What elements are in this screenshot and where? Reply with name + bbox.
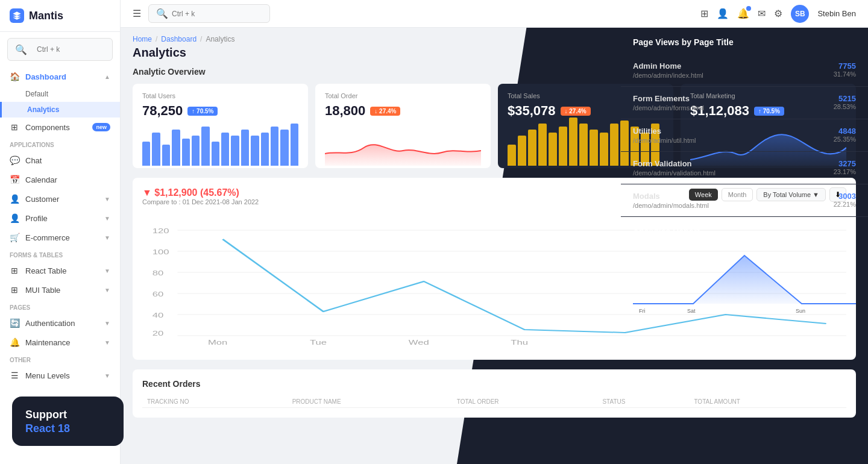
sidebar-sub-default[interactable]: Default [0, 86, 120, 102]
table-icon: ⊞ [10, 266, 19, 275]
support-badge[interactable]: Support React 18 [121, 397, 124, 446]
badge-sales: ↓ 27.4% [561, 107, 591, 116]
bar [569, 118, 577, 166]
svg-text:20: 20 [153, 330, 164, 337]
bar [162, 145, 170, 166]
grid-icon[interactable]: ⊞ [700, 8, 708, 19]
user-circle-icon[interactable]: 👤 [717, 8, 729, 19]
logo-icon [10, 8, 24, 23]
col-total-amount: TOTAL AMOUNT [689, 396, 846, 408]
sidebar-item-menu-levels[interactable]: ☰ Menu Levels ▼ [0, 366, 120, 385]
user-name: Stebin Ben [817, 9, 856, 18]
card-total-order: Total Order 18,800 ↓ 27.4% [315, 84, 491, 168]
customer-icon: 👤 [10, 194, 19, 204]
breadcrumb-dashboard[interactable]: Dashboard [161, 35, 197, 43]
search-icon: 🔍 [15, 44, 27, 55]
sidebar-item-react-table[interactable]: ⊞ React Table ▼ [0, 261, 120, 280]
logo-area: Mantis [0, 0, 120, 32]
bar [192, 136, 200, 166]
bar [261, 133, 269, 166]
income-left: ▼ $1,12,900 (45.67%) Compare to : 01 Dec… [142, 187, 259, 213]
search-icon2: 🔍 [156, 8, 168, 19]
svg-text:Wed: Wed [409, 339, 429, 346]
bar [251, 136, 259, 166]
bar [241, 130, 249, 166]
sidebar-item-profile[interactable]: 👤 Profile ▼ [0, 208, 120, 228]
bar [142, 142, 150, 166]
bar [579, 124, 588, 166]
pv-name-4: Form Validation [633, 159, 715, 168]
topbar-search[interactable]: 🔍 [148, 4, 270, 23]
sidebar-item-authentication[interactable]: 🔄 Authentication ▼ [0, 313, 120, 333]
menu-toggle-icon[interactable]: ☰ [133, 8, 141, 19]
pv-count-3: 4848 [834, 127, 856, 136]
sidebar-sub-analytics[interactable]: Analytics [0, 102, 120, 118]
bar [201, 127, 209, 166]
sidebar-item-calendar[interactable]: 📅 Calendar [0, 170, 120, 189]
svg-text:Mon: Mon [208, 339, 227, 346]
sidebar-item-components[interactable]: ⊞ Components new [0, 118, 120, 137]
svg-text:Sat: Sat [687, 308, 696, 314]
bar [508, 145, 516, 166]
sidebar-item-ecommerce[interactable]: 🛒 E-commerce ▼ [0, 228, 120, 247]
mui-table-icon: ⊞ [10, 285, 19, 295]
svg-text:60: 60 [153, 291, 164, 298]
pv-item-3: Utilities /demo/admin/util.html 4848 25.… [621, 119, 868, 152]
sidebar-item-mui-table[interactable]: ⊞ MUI Table ▼ [0, 280, 120, 299]
sidebar: Mantis 🔍 🏠 Dashboard ▲ Default Analytics… [0, 0, 121, 464]
sidebar-item-customer[interactable]: 👤 Customer ▼ [0, 189, 120, 208]
pv-pct-2: 28.53% [834, 103, 856, 110]
orders-title: Recent Orders [142, 379, 846, 389]
chat-icon: 💬 [10, 155, 19, 165]
pv-count-5: 3003 [834, 192, 856, 201]
pv-url-2: /demo/admin/forms.html [633, 104, 704, 111]
badge-users: ↑ 70.5% [187, 107, 218, 116]
bar [231, 136, 239, 166]
users-bar-chart [142, 124, 298, 166]
col-total-order: TOTAL ORDER [452, 396, 598, 408]
maintenance-icon: 🔔 [10, 337, 19, 347]
pv-item-1: Admin Home /demo/admin/index.html 7755 3… [621, 54, 868, 87]
search-bar[interactable]: 🔍 [7, 38, 113, 61]
mail-icon[interactable]: ✉ [758, 8, 766, 19]
dark-area-chart: Fri Sat Sun [621, 243, 868, 318]
col-product: PRODUCT NAME [288, 396, 452, 408]
topbar-search-input[interactable] [172, 10, 262, 18]
bar [182, 139, 190, 166]
orders-table: TRACKING NO PRODUCT NAME TOTAL ORDER STA… [142, 396, 846, 408]
section-forms: Forms & Tables [0, 247, 120, 261]
svg-text:Thu: Thu [511, 339, 528, 346]
chevron-down-icon5: ▼ [104, 287, 110, 293]
menu-icon: ☰ [10, 371, 19, 380]
card-label-order: Total Order [325, 92, 481, 99]
pv-url-5: /demo/admin/modals.html [633, 202, 709, 209]
bar [212, 142, 219, 166]
pv-pct-4: 23.17% [834, 168, 856, 175]
col-tracking: TRACKING NO [142, 396, 288, 408]
settings-icon[interactable]: ⚙ [774, 8, 782, 19]
sidebar-item-chat[interactable]: 💬 Chat [0, 151, 120, 170]
avatar[interactable]: SB [791, 5, 809, 23]
pv-name-5: Modals [633, 192, 709, 201]
page-views-title: Page Views by Page Title [621, 28, 868, 54]
sidebar-item-maintenance[interactable]: 🔔 Maintenance ▼ [0, 333, 120, 352]
notification-icon[interactable]: 🔔 [737, 8, 749, 19]
svg-text:80: 80 [153, 270, 164, 277]
breadcrumb-home[interactable]: Home [133, 35, 152, 43]
pv-count-1: 7755 [834, 61, 856, 71]
ecommerce-icon: 🛒 [10, 233, 19, 242]
bar [549, 133, 557, 166]
profile-icon: 👤 [10, 213, 19, 223]
chevron-up-icon: ▲ [104, 74, 110, 80]
chevron-down-icon6: ▼ [104, 320, 110, 327]
recent-orders-section: Recent Orders TRACKING NO PRODUCT NAME T… [133, 369, 856, 418]
bar [610, 124, 618, 166]
chevron-down-icon4: ▼ [104, 268, 110, 274]
bar [172, 130, 180, 166]
search-input[interactable] [31, 42, 105, 57]
auth-icon: 🔄 [10, 318, 19, 328]
svg-text:40: 40 [153, 312, 164, 319]
sidebar-item-dashboard[interactable]: 🏠 Dashboard ▲ [0, 67, 120, 86]
search-area[interactable]: 🔍 [0, 32, 120, 67]
calendar-icon: 📅 [10, 175, 19, 184]
